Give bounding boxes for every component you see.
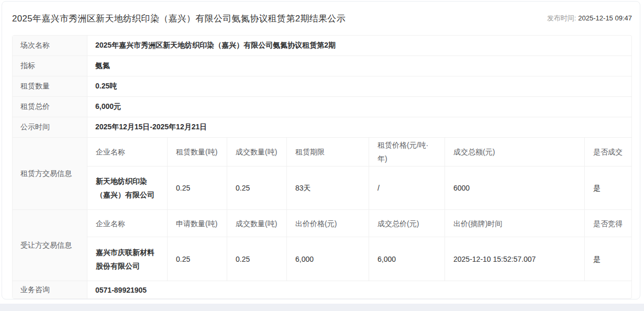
lessor-table: 企业名称 租赁数量(吨) 成交数量(吨) 租赁期限 租赁价格(元/吨·年) 成交… — [87, 138, 631, 209]
cell-deal-quantity: 0.25 — [227, 237, 287, 281]
row-indicator: 指标 氨氮 — [13, 56, 631, 76]
cell-enterprise-name: 新天地纺织印染（嘉兴）有限公司 — [87, 166, 168, 209]
cell-apply-quantity: 0.25 — [168, 237, 227, 281]
row-value: 0.25吨 — [87, 76, 631, 96]
lessor-table-header: 企业名称 租赁数量(吨) 成交数量(吨) 租赁期限 租赁价格(元/吨·年) 成交… — [87, 138, 631, 166]
section-transferee-transaction: 受让方交易信息 企业名称 申请数量(吨) 成交数量(吨) 出价价格(元) 成交总… — [13, 210, 631, 281]
cell-deal-total-price: 6,000 — [369, 237, 445, 281]
row-rental-total-price: 租赁总价 6,000元 — [13, 97, 631, 117]
row-value: 2025年嘉兴市秀洲区新天地纺织印染（嘉兴）有限公司氨氮协议租赁第2期 — [87, 36, 631, 55]
result-detail-table: 场次名称 2025年嘉兴市秀洲区新天地纺织印染（嘉兴）有限公司氨氮协议租赁第2期… — [12, 35, 632, 299]
row-publicity-period: 公示时间 2025年12月15日-2025年12月21日 — [13, 117, 631, 138]
col-enterprise-name: 企业名称 — [87, 138, 168, 166]
row-rental-quantity: 租赁数量 0.25吨 — [13, 76, 631, 97]
lessor-table-row: 新天地纺织印染（嘉兴）有限公司 0.25 0.25 83天 / 6000 是 — [87, 166, 631, 209]
transferee-table-row: 嘉兴市庆联新材料股份有限公司 0.25 0.25 6,000 6,000 202… — [87, 237, 631, 281]
publish-time: 发布时间:2025-12-15 09:47 — [547, 14, 632, 23]
col-deal-quantity: 成交数量(吨) — [227, 210, 287, 237]
row-business-contact: 业务咨询 0571-89921905 — [13, 281, 631, 298]
col-enterprise-name: 企业名称 — [87, 210, 168, 237]
section-label: 租赁方交易信息 — [13, 138, 87, 209]
publish-time-value: 2025-12-15 09:47 — [578, 14, 632, 22]
col-rental-price: 租赁价格(元/吨·年) — [369, 138, 445, 166]
col-rental-term: 租赁期限 — [287, 138, 369, 166]
announcement-card: 2025年嘉兴市秀洲区新天地纺织印染（嘉兴）有限公司氨氮协议租赁第2期结果公示 … — [2, 1, 640, 299]
cell-rental-quantity: 0.25 — [168, 166, 227, 209]
cell-won: 是 — [585, 237, 631, 281]
row-label: 业务咨询 — [13, 281, 87, 298]
page-title: 2025年嘉兴市秀洲区新天地纺织印染（嘉兴）有限公司氨氮协议租赁第2期结果公示 — [12, 13, 346, 25]
col-won: 是否竞得 — [585, 210, 631, 237]
cell-deal-done: 是 — [585, 166, 631, 209]
col-apply-quantity: 申请数量(吨) — [168, 210, 227, 237]
row-label: 场次名称 — [13, 36, 87, 55]
row-label: 公示时间 — [13, 117, 87, 137]
cell-bid-time: 2025-12-10 15:52:57.007 — [445, 237, 585, 281]
cell-deal-quantity: 0.25 — [227, 166, 287, 209]
col-rental-quantity: 租赁数量(吨) — [168, 138, 227, 166]
transferee-table: 企业名称 申请数量(吨) 成交数量(吨) 出价价格(元) 成交总价(元) 出价(… — [87, 210, 631, 281]
row-label: 租赁数量 — [13, 76, 87, 96]
contact-phone: 0571-89921905 — [87, 281, 631, 298]
section-label: 受让方交易信息 — [13, 210, 87, 281]
col-bid-price: 出价价格(元) — [287, 210, 369, 237]
col-bid-time: 出价(摘牌)时间 — [445, 210, 585, 237]
row-label: 指标 — [13, 56, 87, 76]
cell-rental-term: 83天 — [287, 166, 369, 209]
col-deal-quantity: 成交数量(吨) — [227, 138, 287, 166]
section-lessor-transaction: 租赁方交易信息 企业名称 租赁数量(吨) 成交数量(吨) 租赁期限 租赁价格(元… — [13, 138, 631, 210]
col-deal-total-price: 成交总价(元) — [369, 210, 445, 237]
publish-time-label: 发布时间: — [547, 14, 576, 22]
row-session-name: 场次名称 2025年嘉兴市秀洲区新天地纺织印染（嘉兴）有限公司氨氮协议租赁第2期 — [13, 36, 631, 56]
row-label: 租赁总价 — [13, 97, 87, 117]
page-bottom-strip — [0, 304, 644, 311]
col-deal-done: 是否成交 — [585, 138, 631, 166]
row-value: 6,000元 — [87, 97, 631, 117]
transferee-table-header: 企业名称 申请数量(吨) 成交数量(吨) 出价价格(元) 成交总价(元) 出价(… — [87, 210, 631, 237]
announcement-header: 2025年嘉兴市秀洲区新天地纺织印染（嘉兴）有限公司氨氮协议租赁第2期结果公示 … — [2, 2, 640, 35]
cell-bid-price: 6,000 — [287, 237, 369, 281]
col-deal-total: 成交总额(元) — [445, 138, 585, 166]
cell-enterprise-name: 嘉兴市庆联新材料股份有限公司 — [87, 237, 168, 281]
cell-rental-price: / — [369, 166, 445, 209]
row-value: 2025年12月15日-2025年12月21日 — [87, 117, 631, 137]
row-value: 氨氮 — [87, 56, 631, 76]
cell-deal-total: 6000 — [445, 166, 585, 209]
